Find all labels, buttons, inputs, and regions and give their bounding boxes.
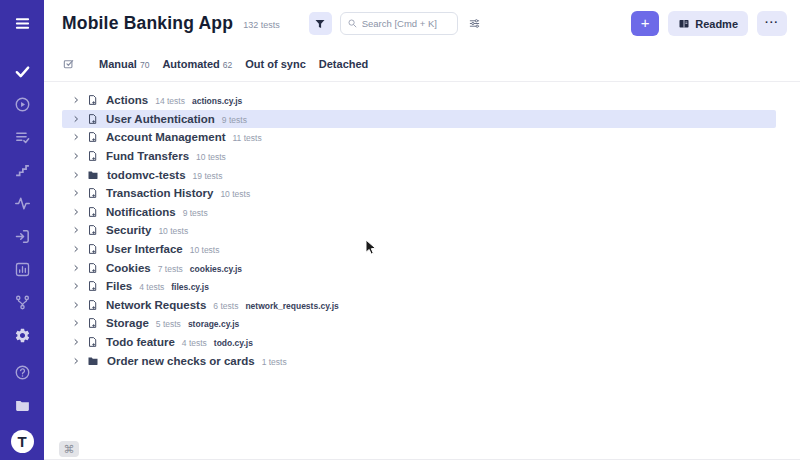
suite-row[interactable]: Security 10 tests (62, 221, 776, 240)
chevron-right-icon[interactable] (72, 245, 80, 253)
play-circle-icon[interactable] (14, 96, 31, 113)
suite-name: Actions (106, 94, 148, 106)
checklist-icon[interactable] (62, 57, 76, 71)
suite-tests-count: 9 tests (183, 208, 208, 218)
menu-icon[interactable] (14, 15, 31, 32)
activity-icon[interactable] (14, 195, 31, 212)
main-area: Mobile Banking App 132 tests + Readme (44, 0, 800, 460)
tab-automated[interactable]: Automated 62 (162, 58, 232, 70)
tab-label: Out of sync (245, 58, 306, 70)
view-settings-button[interactable] (468, 17, 481, 30)
file-icon (87, 317, 98, 329)
chevron-right-icon[interactable] (72, 357, 80, 365)
suite-tests-count: 14 tests (155, 96, 185, 106)
chevron-right-icon[interactable] (72, 226, 80, 234)
file-icon (87, 131, 98, 143)
chevron-right-icon[interactable] (72, 133, 80, 141)
tab-out-of-sync[interactable]: Out of sync (245, 58, 306, 70)
suite-row[interactable]: Network Requests 6 tests network_request… (62, 296, 776, 315)
chevron-right-icon[interactable] (72, 171, 80, 179)
folder-icon (87, 355, 99, 367)
suite-row[interactable]: Order new checks or cards 1 tests (62, 351, 776, 370)
suite-name: Network Requests (106, 299, 206, 311)
search-icon (347, 18, 358, 29)
gear-icon[interactable] (14, 327, 31, 344)
suite-row[interactable]: User Authentication 9 tests (62, 110, 776, 129)
chevron-right-icon[interactable] (72, 115, 80, 123)
suite-file-name: actions.cy.js (192, 96, 242, 106)
suite-row[interactable]: Files 4 tests files.cy.js (62, 277, 776, 296)
suite-row[interactable]: Notifications 9 tests (62, 203, 776, 222)
suite-row[interactable]: todomvc-tests 19 tests (62, 165, 776, 184)
folder-icon (87, 169, 99, 181)
suite-tests-count: 5 tests (156, 319, 181, 329)
suite-name: todomvc-tests (107, 169, 186, 181)
tab-count: 70 (140, 60, 149, 70)
suite-name: Storage (106, 317, 149, 329)
file-icon (87, 187, 98, 199)
list-check-icon[interactable] (14, 129, 31, 146)
readme-label: Readme (695, 18, 738, 30)
suite-row[interactable]: Actions 14 tests actions.cy.js (62, 91, 776, 110)
suite-row[interactable]: User Interface 10 tests (62, 240, 776, 259)
chevron-right-icon[interactable] (72, 189, 80, 197)
suite-file-name: todo.cy.js (214, 338, 253, 348)
file-icon (87, 243, 98, 255)
check-icon[interactable] (14, 63, 31, 80)
add-button[interactable]: + (631, 11, 659, 36)
tab-detached[interactable]: Detached (319, 58, 369, 70)
chevron-right-icon[interactable] (72, 282, 80, 290)
suite-name: Todo feature (106, 336, 175, 348)
suite-row[interactable]: Cookies 7 tests cookies.cy.js (62, 258, 776, 277)
suite-row[interactable]: Todo feature 4 tests todo.cy.js (62, 333, 776, 352)
import-icon[interactable] (14, 228, 31, 245)
suite-tests-count: 10 tests (196, 152, 226, 162)
sliders-icon (468, 17, 481, 30)
suite-tests-count: 4 tests (182, 338, 207, 348)
folders-icon[interactable] (14, 397, 31, 414)
chevron-right-icon[interactable] (72, 96, 80, 104)
file-icon (87, 150, 98, 162)
suite-name: Transaction History (106, 187, 213, 199)
suite-name: Order new checks or cards (107, 355, 255, 367)
tab-manual[interactable]: Manual 70 (99, 58, 149, 70)
suite-tests-count: 4 tests (139, 282, 164, 292)
steps-icon[interactable] (14, 162, 31, 179)
file-icon (87, 336, 98, 348)
page-title: Mobile Banking App (62, 13, 233, 34)
suite-row[interactable]: Fund Transfers 10 tests (62, 147, 776, 166)
file-icon (87, 299, 98, 311)
branch-icon[interactable] (14, 294, 31, 311)
chevron-right-icon[interactable] (72, 319, 80, 327)
file-icon (87, 262, 98, 274)
suite-row[interactable]: Storage 5 tests storage.cy.js (62, 314, 776, 333)
tab-count: 62 (223, 60, 232, 70)
chevron-right-icon[interactable] (72, 301, 80, 309)
chevron-right-icon[interactable] (72, 208, 80, 216)
suite-row[interactable]: Account Management 11 tests (62, 128, 776, 147)
suite-row[interactable]: Transaction History 10 tests (62, 184, 776, 203)
logo-badge[interactable]: T (11, 430, 34, 453)
suite-tests-count: 19 tests (193, 171, 223, 181)
filter-button[interactable] (309, 12, 332, 35)
search-box[interactable] (340, 12, 458, 35)
more-actions-button[interactable]: ··· (757, 11, 787, 36)
app-sidebar: T (0, 0, 44, 460)
bar-chart-icon[interactable] (14, 261, 31, 278)
help-icon[interactable] (14, 364, 31, 381)
suite-tests-count: 10 tests (220, 189, 250, 199)
file-icon (87, 224, 98, 236)
suite-tests-count: 6 tests (213, 301, 238, 311)
suite-tests-count: 11 tests (233, 133, 262, 143)
chevron-right-icon[interactable] (72, 264, 80, 272)
suite-tests-count: 10 tests (158, 226, 188, 236)
search-input[interactable] (362, 18, 451, 29)
tab-label: Manual (99, 58, 137, 70)
header: Mobile Banking App 132 tests + Readme (44, 0, 800, 47)
chevron-right-icon[interactable] (72, 338, 80, 346)
file-icon (87, 113, 98, 125)
chevron-right-icon[interactable] (72, 152, 80, 160)
readme-button[interactable]: Readme (668, 11, 748, 36)
suite-name: Files (106, 280, 132, 292)
keyboard-shortcuts-button[interactable]: ⌘ (59, 441, 79, 457)
